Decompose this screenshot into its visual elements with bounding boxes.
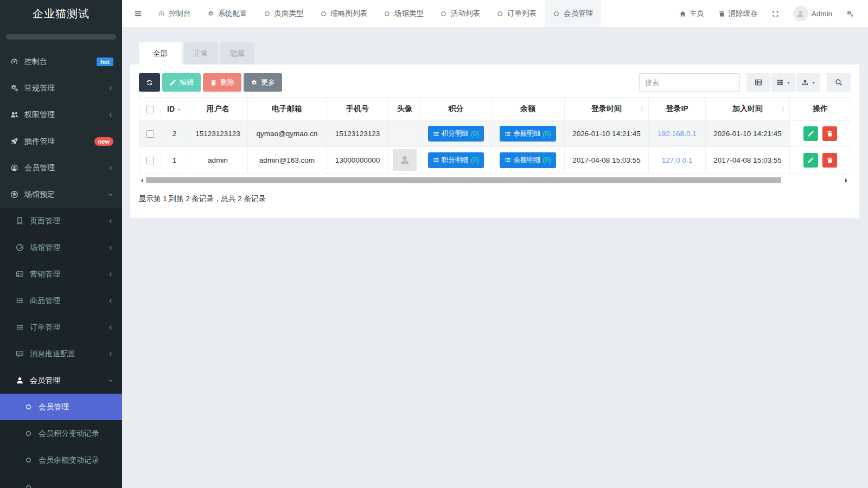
topnav-tab-page-type[interactable]: 页面类型 [256,0,312,27]
header-join-time[interactable]: 加入时间 [706,98,790,121]
chevron-left-icon [108,351,113,357]
header-id[interactable]: ID [161,98,188,121]
money-detail-button[interactable]: 余额明细 (0) [500,126,556,142]
row-edit-button[interactable] [803,153,818,168]
sidebar-item-venue-booking[interactable]: 场馆预定 [0,181,122,208]
edit-button[interactable]: 编辑 [162,73,201,92]
sidebar-item-label: 消息推送配置 [30,349,108,359]
row-checkbox[interactable] [146,157,154,164]
user-icon [399,155,410,165]
menu-toggle-button[interactable] [126,0,150,27]
pencil-icon [807,157,814,164]
topnav-tab-system-config[interactable]: 系统配置 [199,0,256,27]
sidebar-item-addon[interactable]: 插件管理 new [0,128,122,155]
header-mobile[interactable]: 手机号 [327,98,389,121]
table-view-icon [755,79,762,86]
home-link[interactable]: 主页 [672,0,711,27]
sidebar-item-marketing-mgmt[interactable]: 营销管理 [0,261,122,287]
row-delete-button[interactable] [822,126,837,141]
futbol-icon [9,190,20,198]
new-badge: new [94,137,113,146]
export-dropdown-button[interactable] [796,73,820,92]
topnav-tab-label: 控制台 [169,9,191,18]
topnav-tab-thumbnail-list[interactable]: 缩略图列表 [312,0,376,27]
topnav-tab-console[interactable]: 控制台 [150,0,199,27]
more-button[interactable]: 更多 [244,73,282,92]
header-username[interactable]: 用户名 [188,98,248,121]
cell-money: 余额明细 (0) [492,147,565,174]
topnav-tab-venue-type[interactable]: 场馆类型 [375,0,432,27]
fullscreen-button[interactable] [765,0,786,27]
sidebar-item-label: 会员管理 [24,163,108,173]
sidebar-item-dashboard[interactable]: 控制台 hot [0,48,122,75]
export-icon [801,79,809,86]
ip-link[interactable]: 127.0.0.1 [662,156,692,164]
circle-icon [384,10,391,17]
topbar-right: 主页 清除缓存 Admin [672,0,868,27]
tab-all[interactable]: 全部 [139,42,182,65]
topnav-tab-member-mgmt[interactable]: 会员管理 [545,0,601,27]
topnav-tab-label: 缩略图列表 [331,9,368,18]
horizontal-scrollbar[interactable] [139,177,851,183]
tab-hidden[interactable]: 隐藏 [220,42,254,65]
topnav-tab-activity-list[interactable]: 活动列表 [432,0,488,27]
settings-menu-button[interactable] [839,0,860,27]
columns-dropdown-button[interactable] [771,73,795,92]
circle-icon [23,457,34,464]
sidebar-subitem-partial[interactable] [0,474,122,488]
row-checkbox[interactable] [146,130,154,138]
gear-icon [251,79,258,86]
sidebar-item-venue-mgmt[interactable]: 场馆管理 [0,234,122,261]
chevron-left-icon [108,86,113,91]
header-login-ip[interactable]: 登录IP [649,98,706,121]
score-detail-button[interactable]: 积分明细 (0) [428,126,484,142]
sidebar-item-auth[interactable]: 权限管理 [0,101,122,128]
sidebar-subitem-score-log[interactable]: 会员积分变动记录 [0,420,122,447]
row-edit-button[interactable] [803,126,818,141]
cell-username: admin [188,147,248,174]
sidebar-item-push-config[interactable]: 消息推送配置 [0,341,122,367]
sidebar-subitem-money-log[interactable]: 会员余额变动记录 [0,447,122,473]
header-login-time[interactable]: 登录时间 [565,98,649,121]
sidebar-item-member-mgmt[interactable]: 会员管理 [0,367,122,394]
trash-icon [210,79,217,86]
sidebar-slider[interactable] [6,34,116,40]
table-header-row: ID 用户名 电子邮箱 手机号 头像 积分 余额 登录时间 登录IP 加入时间 … [139,98,851,121]
ip-link[interactable]: 192.168.0.1 [658,130,696,138]
chevron-left-icon [108,112,113,118]
search-button[interactable] [827,73,851,92]
delete-button[interactable]: 删除 [203,73,241,92]
sidebar-item-label: 页面管理 [30,216,108,226]
header-email[interactable]: 电子邮箱 [248,98,327,121]
row-delete-button[interactable] [822,153,837,168]
sidebar-item-page-mgmt[interactable]: 页面管理 [0,208,122,234]
sidebar-subitem-member-list[interactable]: 会员管理 [0,394,122,420]
circle-icon [496,10,503,17]
clear-cache-button[interactable]: 清除缓存 [711,0,765,27]
chevron-left-icon [108,272,113,277]
app-title: 企业猫测试 [0,0,122,27]
scroll-right-arrow-icon[interactable] [845,178,850,183]
toggle-view-button[interactable] [746,73,770,92]
select-all-checkbox[interactable] [146,106,154,113]
score-detail-button[interactable]: 积分明细 (0) [428,152,484,168]
refresh-button[interactable] [139,73,160,92]
list-icon [505,157,511,163]
scrollbar-thumb[interactable] [146,177,781,183]
scroll-left-arrow-icon[interactable] [139,178,143,183]
sidebar-expanded-group: 页面管理 场馆管理 营销管理 商品管理 订单管理 [0,208,122,488]
table-row: 1 admin admin@163.com 13000000000 积分明细 (… [139,147,851,174]
topnav-tab-label: 页面类型 [275,9,304,18]
money-detail-button[interactable]: 余额明细 (0) [500,152,556,168]
tab-normal[interactable]: 正常 [184,42,218,65]
sidebar-item-goods-mgmt[interactable]: 商品管理 [0,287,122,314]
header-operate: 操作 [790,98,851,121]
admin-user-menu[interactable]: Admin [786,0,839,27]
topnav-tab-order-list[interactable]: 订单列表 [488,0,545,27]
table-row: 2 15123123123 qymao@qymao.cn 15123123123… [139,121,851,147]
sidebar-item-order-mgmt[interactable]: 订单管理 [0,314,122,341]
home-label: 主页 [690,9,704,18]
search-input[interactable] [639,73,740,92]
sidebar-item-general[interactable]: 常规管理 [0,75,122,101]
sidebar-item-member[interactable]: 会员管理 [0,155,122,181]
